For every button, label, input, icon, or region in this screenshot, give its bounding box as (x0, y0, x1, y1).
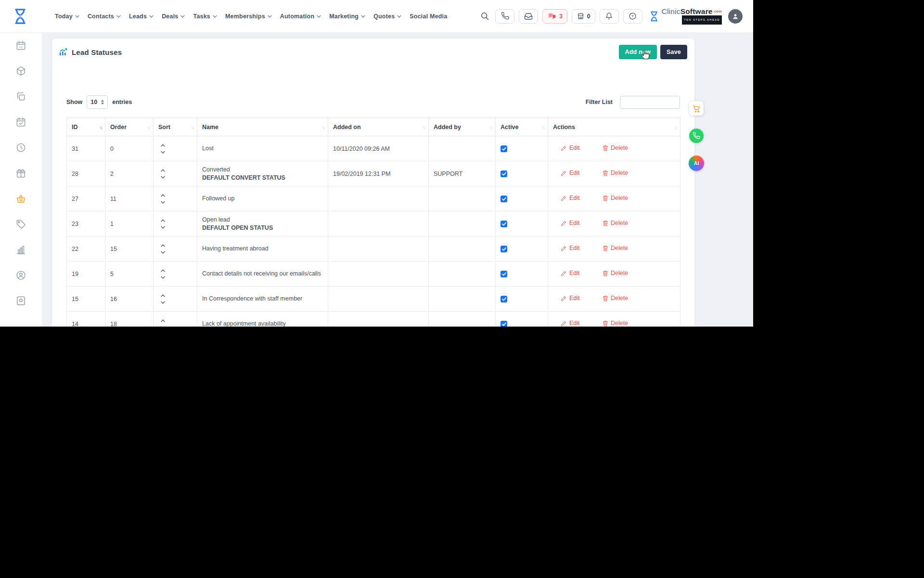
delete-link[interactable]: Delete (603, 270, 628, 276)
help-button[interactable]: ? (623, 9, 642, 24)
active-checkbox[interactable] (500, 196, 507, 202)
menu-item-leads[interactable]: Leads (129, 13, 154, 20)
phone-button[interactable] (495, 9, 514, 24)
menu-item-tasks[interactable]: Tasks (193, 13, 217, 20)
active-checkbox[interactable] (500, 171, 507, 177)
menu-item-quotes[interactable]: Quotes (373, 13, 401, 20)
calendar-check-icon (15, 117, 26, 128)
edit-link[interactable]: Edit (561, 195, 580, 201)
column-header-added-on[interactable]: Added on↑↓ (328, 118, 429, 136)
chevron-down-icon (149, 15, 154, 18)
column-header-id[interactable]: ID↑↓ (67, 118, 105, 136)
chevron-up-icon (161, 319, 165, 322)
sidebar-item-copy[interactable] (15, 91, 27, 102)
chevron-down-icon (397, 15, 401, 18)
sidebar-item-account[interactable] (15, 269, 27, 281)
sort-down-button[interactable] (161, 151, 165, 154)
menu-item-social-media[interactable]: Social Media (410, 13, 447, 20)
sidebar-item-calendar-check[interactable] (15, 116, 27, 128)
column-header-actions[interactable]: Actions↑↓ (548, 118, 680, 136)
menu-item-today[interactable]: Today (55, 13, 79, 20)
sort-up-button[interactable] (161, 144, 165, 147)
chat-button[interactable]: 3 (542, 9, 567, 24)
chevron-down-icon (180, 15, 185, 18)
cell-order: 5 (105, 262, 154, 287)
floating-whatsapp-button[interactable] (689, 129, 704, 143)
sidebar-item-reports[interactable] (15, 244, 27, 255)
delete-link[interactable]: Delete (603, 320, 628, 327)
sort-up-button[interactable] (161, 294, 165, 297)
cell-active (496, 312, 548, 327)
edit-link[interactable]: Edit (561, 245, 580, 251)
edit-link[interactable]: Edit (561, 270, 580, 276)
sidebar-item-basket[interactable] (15, 193, 27, 204)
active-checkbox[interactable] (500, 246, 507, 252)
edit-link[interactable]: Edit (561, 220, 580, 226)
active-checkbox[interactable] (500, 271, 507, 277)
sort-down-button[interactable] (161, 226, 165, 229)
delete-link[interactable]: Delete (603, 295, 628, 302)
active-checkbox[interactable] (500, 321, 507, 327)
sort-up-button[interactable] (161, 319, 165, 322)
edit-link[interactable]: Edit (561, 295, 580, 302)
sort-down-button[interactable] (161, 276, 165, 279)
column-header-sort[interactable]: Sort↑↓ (154, 118, 197, 136)
sort-down-button[interactable] (161, 301, 165, 304)
sort-up-button[interactable] (161, 244, 165, 247)
clinicsoftware-logo-icon[interactable] (11, 5, 30, 27)
shop-button[interactable]: 0 (572, 9, 595, 24)
column-header-name[interactable]: Name↑↓ (197, 118, 328, 136)
active-checkbox[interactable] (500, 296, 507, 302)
delete-link[interactable]: Delete (603, 245, 628, 251)
sidebar-item-history[interactable] (15, 142, 27, 153)
sort-down-button[interactable] (161, 201, 165, 204)
sidebar-item-locker[interactable] (15, 295, 27, 306)
inbox-button[interactable] (519, 9, 538, 24)
edit-link[interactable]: Edit (561, 144, 580, 151)
delete-link[interactable]: Delete (603, 220, 628, 226)
menu-item-deals[interactable]: Deals (162, 13, 185, 20)
sort-down-button[interactable] (161, 251, 165, 254)
delete-link[interactable]: Delete (603, 144, 628, 151)
active-checkbox[interactable] (500, 221, 507, 227)
sort-down-button[interactable] (161, 176, 165, 179)
edit-link[interactable]: Edit (561, 320, 580, 327)
clinicsoftware-brand[interactable]: ClinicSoftware.com TEN STEPS AHEAD (649, 8, 722, 25)
menu-item-marketing[interactable]: Marketing (329, 13, 365, 20)
delete-link[interactable]: Delete (603, 195, 628, 201)
delete-link[interactable]: Delete (603, 170, 628, 176)
notifications-button[interactable] (600, 9, 619, 24)
column-header-added-by[interactable]: Added by↑↓ (429, 118, 496, 136)
save-button[interactable]: Save (660, 45, 687, 59)
cell-id: 15 (67, 287, 105, 312)
menu-item-memberships[interactable]: Memberships (225, 13, 272, 20)
sort-up-button[interactable] (161, 169, 165, 172)
edit-link[interactable]: Edit (561, 170, 580, 176)
sidebar-item-gift[interactable] (15, 167, 27, 179)
sort-up-button[interactable] (161, 269, 165, 272)
column-header-order[interactable]: Order↑↓ (105, 118, 154, 136)
menu-item-automation[interactable]: Automation (280, 13, 321, 20)
entries-select[interactable]: 10 (87, 95, 108, 109)
search-icon[interactable] (480, 12, 489, 21)
sort-down-button[interactable] (161, 326, 165, 327)
add-new-button[interactable]: Add new (619, 45, 657, 59)
sort-indicator-icon: ↑↓ (542, 124, 545, 130)
floating-cart-button[interactable] (689, 101, 704, 116)
sort-up-button[interactable] (161, 194, 165, 197)
brand-name: ClinicSoftware.com (662, 8, 722, 15)
user-avatar[interactable] (728, 9, 743, 24)
cell-sort (154, 136, 197, 161)
menu-item-contacts[interactable]: Contacts (88, 13, 121, 20)
floating-ai-button[interactable]: AI (689, 156, 704, 171)
inbox-icon (524, 12, 533, 21)
sort-up-button[interactable] (161, 219, 165, 222)
column-header-active[interactable]: Active↑↓ (496, 118, 548, 136)
filter-list-input[interactable] (620, 96, 680, 109)
status-name: Lost (202, 144, 323, 153)
active-checkbox[interactable] (500, 145, 507, 152)
check-icon (502, 247, 506, 251)
sidebar-item-package[interactable] (15, 65, 27, 77)
sidebar-item-tag[interactable] (15, 218, 27, 230)
sidebar-item-calendar[interactable]: 12 (15, 39, 27, 51)
